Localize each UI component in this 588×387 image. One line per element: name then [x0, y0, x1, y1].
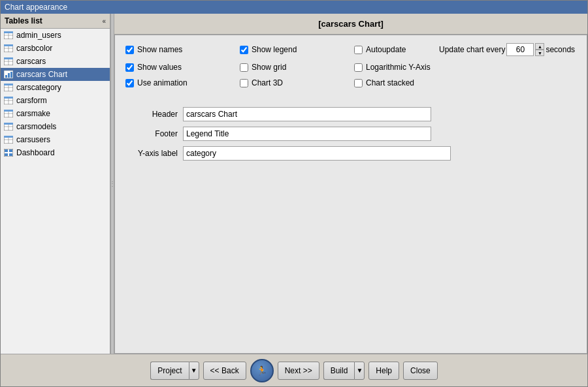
svg-rect-40: [9, 153, 12, 156]
content-area: Tables list « admin_users: [1, 14, 587, 354]
build-dropdown-button[interactable]: ▼: [354, 362, 365, 380]
sidebar-item-carsmake[interactable]: carsmake: [1, 107, 110, 120]
table-icon: [3, 56, 14, 67]
update-label: Update chart every: [439, 45, 505, 54]
use-animation-label: Use animation: [137, 78, 188, 87]
table-icon: [3, 121, 14, 132]
footer-input[interactable]: [183, 127, 431, 141]
use-animation-option: Use animation: [125, 78, 240, 87]
help-button[interactable]: Help: [368, 362, 399, 380]
table-icon: [3, 82, 14, 93]
chart-3d-checkbox[interactable]: [240, 79, 248, 87]
chart-stacked-option: Chart stacked: [354, 78, 414, 87]
use-animation-checkbox[interactable]: [125, 79, 134, 87]
update-spin-up[interactable]: ▲: [535, 43, 544, 50]
sidebar-item-dashboard[interactable]: Dashboard: [1, 146, 110, 159]
show-names-label: Show names: [137, 45, 182, 54]
sidebar-item-carscategory[interactable]: carscategory: [1, 81, 110, 94]
svg-rect-19: [4, 84, 13, 85]
run-icon: 🏃: [256, 365, 267, 376]
svg-rect-23: [4, 97, 13, 99]
chart-icon: [3, 69, 14, 80]
svg-rect-13: [5, 75, 7, 78]
autoupdate-checkbox[interactable]: [354, 46, 363, 54]
sidebar-label: carsusers: [16, 135, 50, 144]
table-icon: [3, 134, 14, 145]
run-button[interactable]: 🏃: [250, 359, 274, 382]
yaxis-input[interactable]: [183, 146, 451, 161]
back-button[interactable]: << Back: [203, 362, 246, 380]
sidebar-items: admin_users carsbcolor: [1, 29, 110, 354]
sidebar-label: carsform: [16, 96, 47, 105]
autoupdate-option: Autoupdate: [354, 45, 439, 54]
sidebar-header: Tables list «: [1, 14, 110, 29]
sidebar-label: Dashboard: [16, 148, 55, 157]
seconds-label: seconds: [546, 45, 575, 54]
sidebar-item-carsbcolor[interactable]: carsbcolor: [1, 42, 110, 55]
sidebar-item-carscars-chart[interactable]: carscars Chart: [1, 68, 110, 81]
logarithmic-y-checkbox[interactable]: [354, 63, 363, 72]
project-button[interactable]: Project: [150, 362, 188, 380]
chart-stacked-checkbox[interactable]: [354, 79, 363, 87]
table-icon: [3, 43, 14, 54]
footer-label: Footer: [125, 129, 178, 138]
sidebar-label: carscars: [16, 57, 46, 66]
sidebar: Tables list « admin_users: [1, 14, 110, 354]
project-dropdown-button[interactable]: ▼: [189, 362, 199, 380]
sidebar-item-carsform[interactable]: carsform: [1, 94, 110, 107]
show-legend-option: Show legend: [240, 45, 354, 54]
autoupdate-label: Autoupdate: [366, 45, 406, 54]
main-title: [carscars Chart]: [114, 14, 587, 35]
yaxis-row: Y-axis label: [125, 146, 576, 161]
bottom-toolbar: Project ▼ << Back 🏃 Next >> Build ▼ Help…: [1, 354, 587, 386]
sidebar-title: Tables list: [5, 16, 42, 25]
svg-rect-35: [4, 136, 13, 138]
update-value-input[interactable]: [506, 43, 534, 56]
svg-rect-11: [4, 57, 13, 59]
sidebar-item-carsusers[interactable]: carsusers: [1, 133, 110, 146]
show-legend-checkbox[interactable]: [240, 46, 248, 54]
sidebar-label: carsmake: [16, 109, 50, 118]
close-button[interactable]: Close: [403, 362, 438, 380]
table-icon: [3, 30, 14, 40]
next-button[interactable]: Next >>: [278, 362, 319, 380]
svg-rect-37: [5, 149, 8, 152]
form-section: Header Footer Y-axis label: [125, 107, 576, 161]
svg-rect-27: [4, 110, 13, 112]
show-values-checkbox[interactable]: [125, 63, 134, 72]
top-bar: Chart appearance: [1, 1, 587, 14]
sidebar-label: admin_users: [16, 31, 61, 40]
show-values-option: Show values: [125, 63, 240, 72]
build-button[interactable]: Build: [323, 362, 355, 380]
chart-3d-label: Chart 3D: [252, 78, 283, 87]
table-icon: [3, 108, 14, 119]
logarithmic-y-option: Logarithmic Y-Axis: [354, 63, 431, 72]
sidebar-label: carsmodels: [16, 122, 56, 131]
header-input[interactable]: [183, 107, 431, 121]
sidebar-label: carsbcolor: [16, 44, 52, 53]
svg-rect-38: [9, 149, 12, 152]
table-icon: [3, 95, 14, 106]
show-grid-label: Show grid: [252, 63, 286, 72]
sidebar-collapse-button[interactable]: «: [102, 18, 106, 25]
svg-rect-15: [10, 72, 12, 78]
sidebar-item-admin-users[interactable]: admin_users: [1, 29, 110, 42]
logarithmic-y-label: Logarithmic Y-Axis: [366, 63, 431, 72]
sidebar-item-carscars[interactable]: carscars: [1, 55, 110, 68]
header-label: Header: [125, 110, 178, 119]
update-controls: Update chart every ▲ ▼ seconds: [439, 43, 575, 56]
sidebar-item-carsmodels[interactable]: carsmodels: [1, 120, 110, 133]
chart-stacked-label: Chart stacked: [366, 78, 414, 87]
footer-row: Footer: [125, 127, 576, 141]
update-spin-down[interactable]: ▼: [535, 50, 544, 56]
sidebar-label: carscars Chart: [16, 70, 67, 79]
show-grid-checkbox[interactable]: [240, 63, 248, 72]
dashboard-icon: [3, 147, 14, 158]
svg-rect-39: [5, 153, 8, 156]
main-window: Chart appearance Tables list «: [0, 0, 588, 387]
show-values-label: Show values: [137, 63, 182, 72]
project-button-group: Project ▼: [150, 362, 199, 380]
show-names-checkbox[interactable]: [125, 46, 134, 54]
svg-rect-7: [4, 44, 13, 46]
show-legend-label: Show legend: [252, 45, 297, 54]
